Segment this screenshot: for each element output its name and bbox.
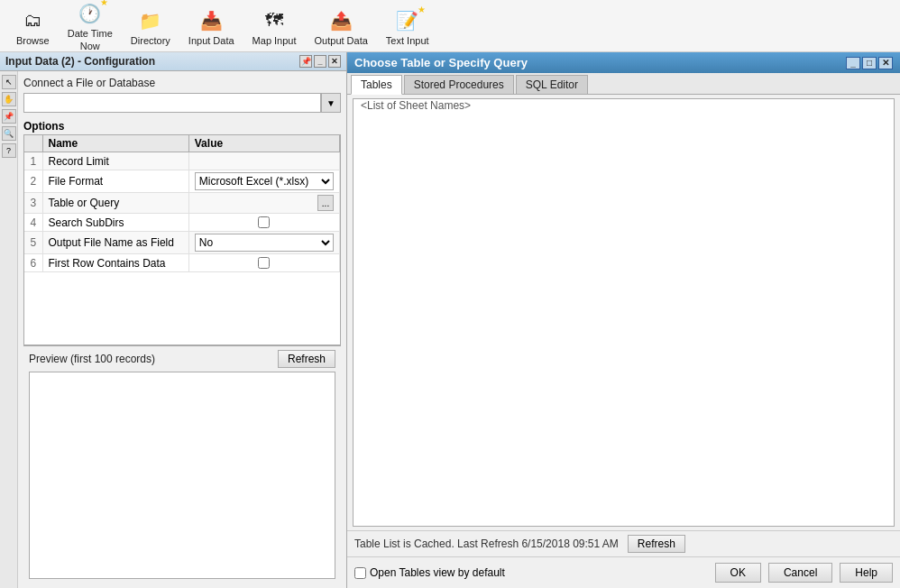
output-filename-select[interactable]: No Yes <box>196 234 333 251</box>
dialog-close-button[interactable]: ✕ <box>878 57 893 69</box>
connect-label: Connect a File or Database <box>23 77 341 89</box>
preview-label: Preview (first 100 records) <box>29 353 155 365</box>
dialog-restore-button[interactable]: □ <box>862 57 877 69</box>
directory-icon: 📁 <box>136 6 165 35</box>
tab-tables[interactable]: Tables <box>351 75 402 95</box>
tab-sql-editor[interactable]: SQL Editor <box>516 75 588 94</box>
open-tables-checkbox[interactable] <box>354 567 366 579</box>
row-value[interactable]: Microsoft Excel (*.xlsx) <box>188 170 339 193</box>
options-section: Options Name Value <box>23 120 341 345</box>
side-tool-pin[interactable]: 📌 <box>2 109 16 124</box>
browse-icon: 🗂 <box>18 6 47 35</box>
close-button[interactable]: ✕ <box>328 55 341 68</box>
row-value[interactable] <box>188 152 339 170</box>
row-name: First Row Contains Data <box>42 254 188 272</box>
right-panel: Choose Table or Specify Query _ □ ✕ Tabl… <box>347 52 900 588</box>
ok-button[interactable]: OK <box>715 563 761 583</box>
titlebar-buttons: 📌 _ ✕ <box>299 55 341 68</box>
toolbar-text-input[interactable]: 📝★ Text Input <box>377 3 438 50</box>
toolbar-datetime[interactable]: 🕐★ Date TimeNow <box>59 0 122 56</box>
toolbar-directory-label: Directory <box>131 35 170 46</box>
row-value[interactable] <box>188 254 339 272</box>
left-panel-inner: ↖ ✋ 📌 🔍 ? Connect a File or Database ▼ O… <box>0 71 346 588</box>
sheet-names-placeholder: <List of Sheet Names> <box>354 98 478 119</box>
toolbar-input-data-label: Input Data <box>188 35 234 46</box>
toolbar-datetime-label: Date TimeNow <box>68 28 113 51</box>
table-row: 2 File Format Microsoft Excel (*.xlsx) <box>24 170 340 193</box>
toolbar-output-data-label: Output Data <box>315 35 368 46</box>
row-num: 2 <box>24 170 42 193</box>
cancel-button[interactable]: Cancel <box>768 563 832 583</box>
toolbar-input-data[interactable]: 📥 Input Data <box>179 3 243 50</box>
datetime-icon: 🕐★ <box>76 0 105 28</box>
open-tables-check: Open Tables view by default <box>354 566 505 579</box>
pin-button[interactable]: 📌 <box>299 55 312 68</box>
col-name-header: Name <box>42 135 188 152</box>
table-content: <List of Sheet Names> <box>353 98 895 527</box>
table-row: 4 Search SubDirs <box>24 214 340 232</box>
preview-area <box>29 372 335 579</box>
toolbar-map-input[interactable]: 🗺 Map Input <box>243 3 306 50</box>
table-row: 5 Output File Name as Field No Yes <box>24 232 340 254</box>
left-panel-titlebar: Input Data (2) - Configuration 📌 _ ✕ <box>0 52 346 71</box>
table-query-ellipsis-button[interactable]: ... <box>317 195 334 211</box>
row-value[interactable] <box>188 214 339 232</box>
side-tool-help[interactable]: ? <box>2 143 16 158</box>
col-value-header: Value <box>188 135 339 152</box>
col-num-header <box>24 135 42 152</box>
side-tool-cursor[interactable]: ↖ <box>2 75 16 89</box>
row-name: Output File Name as Field <box>42 232 188 254</box>
tab-bar: Tables Stored Procedures SQL Editor <box>347 73 900 95</box>
file-input-row: ▼ <box>23 93 341 113</box>
toolbar-directory[interactable]: 📁 Directory <box>122 3 179 50</box>
main-area: Input Data (2) - Configuration 📌 _ ✕ ↖ ✋… <box>0 52 900 588</box>
text-input-star-icon: ★ <box>418 5 426 14</box>
side-tool-zoom[interactable]: 🔍 <box>2 126 16 141</box>
side-tools: ↖ ✋ 📌 🔍 ? <box>0 71 18 588</box>
preview-header: Preview (first 100 records) Refresh <box>29 350 335 368</box>
tab-stored-procedures[interactable]: Stored Procedures <box>404 75 514 94</box>
bottom-bar: Open Tables view by default OK Cancel He… <box>347 556 900 588</box>
file-path-input[interactable] <box>23 93 321 113</box>
row-num: 4 <box>24 214 42 232</box>
row-num: 1 <box>24 152 42 170</box>
row-name: File Format <box>42 170 188 193</box>
row-name: Record Limit <box>42 152 188 170</box>
input-data-icon: 📥 <box>197 6 225 35</box>
help-button[interactable]: Help <box>840 563 893 583</box>
row-name: Search SubDirs <box>42 214 188 232</box>
side-tool-hand[interactable]: ✋ <box>2 92 16 106</box>
file-browse-button[interactable]: ▼ <box>321 93 341 113</box>
text-input-icon: 📝★ <box>393 6 422 35</box>
first-row-checkbox[interactable] <box>258 257 270 269</box>
row-num: 5 <box>24 232 42 254</box>
options-label: Options <box>23 120 341 133</box>
row-num: 3 <box>24 193 42 214</box>
left-refresh-button[interactable]: Refresh <box>278 350 335 368</box>
bottom-status: Table List is Cached. Last Refresh 6/15/… <box>347 530 900 556</box>
options-table: Name Value 1 Record Limit <box>23 134 341 345</box>
map-input-icon: 🗺 <box>260 6 289 35</box>
toolbar-output-data[interactable]: 📤 Output Data <box>306 3 377 50</box>
row-name: Table or Query <box>42 193 188 214</box>
toolbar: 🗂 Browse 🕐★ Date TimeNow 📁 Directory 📥 I… <box>0 0 900 52</box>
dialog-minimize-button[interactable]: _ <box>846 57 860 69</box>
minimize-button[interactable]: _ <box>314 55 326 68</box>
table-row: 1 Record Limit <box>24 152 340 170</box>
left-panel: Input Data (2) - Configuration 📌 _ ✕ ↖ ✋… <box>0 52 347 588</box>
dialog-titlebar: Choose Table or Specify Query _ □ ✕ <box>347 52 900 73</box>
dialog-titlebar-buttons: _ □ ✕ <box>846 57 893 69</box>
preview-section: Preview (first 100 records) Refresh <box>23 345 341 583</box>
search-subdirs-checkbox[interactable] <box>258 216 270 228</box>
star-icon: ★ <box>100 0 108 7</box>
output-data-icon: 📤 <box>326 6 355 35</box>
toolbar-browse[interactable]: 🗂 Browse <box>7 3 59 50</box>
toolbar-browse-label: Browse <box>16 35 50 46</box>
table-row: 6 First Row Contains Data <box>24 254 340 272</box>
file-format-select[interactable]: Microsoft Excel (*.xlsx) <box>196 173 333 189</box>
right-refresh-button[interactable]: Refresh <box>628 535 685 553</box>
row-value[interactable]: No Yes <box>188 232 339 254</box>
row-value[interactable]: ... <box>188 193 339 214</box>
toolbar-text-input-label: Text Input <box>386 35 429 46</box>
status-text: Table List is Cached. Last Refresh 6/15/… <box>354 537 619 550</box>
